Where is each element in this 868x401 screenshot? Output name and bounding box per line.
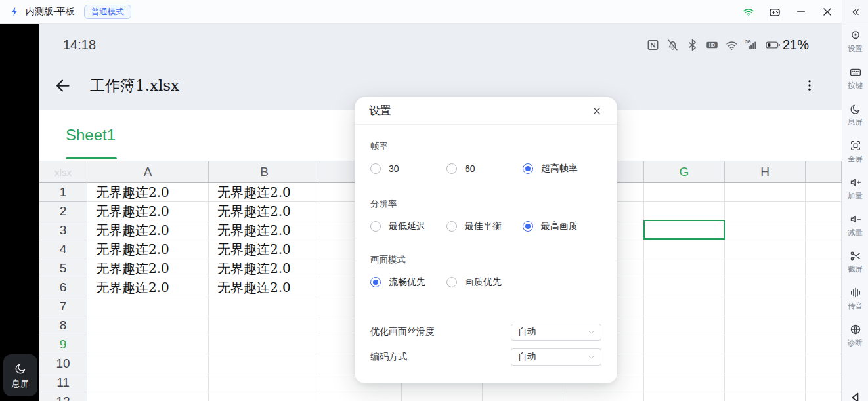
cell-A11[interactable] [87,373,209,392]
cell-A1[interactable]: 无界趣连2.0 [87,183,209,202]
close-icon[interactable] [591,105,603,117]
cell-H1[interactable] [725,183,806,202]
row-header-10[interactable]: 10 [39,354,87,373]
cell-G7[interactable] [644,297,725,316]
row-header-11[interactable]: 11 [39,373,87,392]
cell-A7[interactable] [87,297,209,316]
row-header-2[interactable]: 2 [39,202,87,221]
cell-H11[interactable] [725,373,806,392]
row-header-5[interactable]: 5 [39,259,87,278]
cell-G12[interactable] [644,392,725,401]
cell-B4[interactable]: 无界趣连2.0 [209,240,320,259]
cell-B8[interactable] [209,316,320,335]
column-header-A[interactable]: A [87,161,209,183]
tab-sheet1[interactable]: Sheet1 [66,126,116,144]
cell-C12[interactable] [320,392,402,401]
cell-D12[interactable] [402,392,483,401]
cell-partial2[interactable] [806,202,842,221]
row-header-4[interactable]: 4 [39,240,87,259]
minimize-icon[interactable] [794,5,808,18]
row-header-1[interactable]: 1 [39,183,87,202]
gamepad-icon[interactable] [768,5,781,18]
screen-off-button[interactable]: 息屏 [3,354,37,396]
cell-partial6[interactable] [806,278,842,297]
sidebar-item-volume-up[interactable]: 加量 [848,176,863,200]
cell-partial9[interactable] [806,335,842,354]
cell-H5[interactable] [725,259,806,278]
sidebar-item-screen-off[interactable]: 息屏 [848,102,863,127]
cell-B11[interactable] [209,373,320,392]
sidebar-item-volume-down[interactable]: 减量 [848,213,863,237]
cell-H3[interactable] [725,221,806,240]
column-header-partial[interactable] [806,161,842,183]
cell-B7[interactable] [209,297,320,316]
cell-partial11[interactable] [806,373,842,392]
cell-G6[interactable] [644,278,725,297]
cell-B12[interactable] [209,392,320,401]
column-header-G[interactable]: G [644,161,725,183]
cell-A10[interactable] [87,354,209,373]
radio-option-0-0[interactable]: 30 [370,163,446,174]
cell-F12[interactable] [563,392,644,401]
cell-B5[interactable]: 无界趣连2.0 [209,259,320,278]
cell-H4[interactable] [725,240,806,259]
column-header-B[interactable]: B [209,161,320,183]
cell-B6[interactable]: 无界趣连2.0 [209,278,320,297]
radio-option-1-0[interactable]: 最低延迟 [370,221,446,232]
cell-partial10[interactable] [806,354,842,373]
cell-A4[interactable]: 无界趣连2.0 [87,240,209,259]
row-header-3[interactable]: 3 [39,221,87,240]
cell-G2[interactable] [644,202,725,221]
cell-G9[interactable] [644,335,725,354]
smoothness-select[interactable]: 自动 [511,324,601,341]
close-icon[interactable] [821,5,834,18]
cell-H9[interactable] [725,335,806,354]
sidebar-item-settings[interactable]: 设置 [848,29,863,53]
cell-G5[interactable] [644,259,725,278]
cell-B9[interactable] [209,335,320,354]
sidebar-item-keys[interactable]: 按键 [848,66,863,90]
radio-option-0-2[interactable]: 超高帧率 [523,163,578,175]
row-header-8[interactable]: 8 [39,316,87,335]
cell-G4[interactable] [644,240,725,259]
encoding-select[interactable]: 自动 [511,348,601,366]
cell-B1[interactable]: 无界趣连2.0 [209,183,320,202]
cell-H2[interactable] [725,202,806,221]
mode-badge[interactable]: 普通模式 [84,5,131,19]
radio-option-0-1[interactable]: 60 [446,163,523,174]
cell-G10[interactable] [644,354,725,373]
cell-B3[interactable]: 无界趣连2.0 [209,221,320,240]
cell-B10[interactable] [209,354,320,373]
cell-A5[interactable]: 无界趣连2.0 [87,259,209,278]
cell-H8[interactable] [725,316,806,335]
cell-partial8[interactable] [806,316,842,335]
radio-option-2-1[interactable]: 画质优先 [446,276,502,288]
cell-G8[interactable] [644,316,725,335]
row-header-12[interactable]: 12 [39,392,87,401]
cell-partial7[interactable] [806,297,842,316]
back-arrow-icon[interactable] [54,77,72,95]
cell-G11[interactable] [644,373,725,392]
sidebar-item-audio[interactable]: 传音 [848,286,863,310]
sidebar-item-screenshot[interactable]: 截屏 [848,249,863,274]
cell-partial3[interactable] [806,221,842,240]
cell-partial12[interactable] [806,392,842,401]
cell-A9[interactable] [87,335,209,354]
sidebar-item-diagnose[interactable]: 诊断 [848,323,863,347]
kebab-menu-icon[interactable] [802,78,817,93]
cell-H7[interactable] [725,297,806,316]
row-header-9[interactable]: 9 [39,335,87,354]
cell-partial1[interactable] [806,183,842,202]
back-triangle-icon[interactable] [848,390,863,401]
cell-A2[interactable]: 无界趣连2.0 [87,202,209,221]
row-header-6[interactable]: 6 [39,278,87,297]
cell-A8[interactable] [87,316,209,335]
cell-partial4[interactable] [806,240,842,259]
collapse-sidebar-button[interactable] [842,0,868,24]
cell-H6[interactable] [725,278,806,297]
cell-H10[interactable] [725,354,806,373]
cell-partial5[interactable] [806,259,842,278]
cell-H12[interactable] [725,392,806,401]
cell-B2[interactable]: 无界趣连2.0 [209,202,320,221]
cell-A3[interactable]: 无界趣连2.0 [87,221,209,240]
